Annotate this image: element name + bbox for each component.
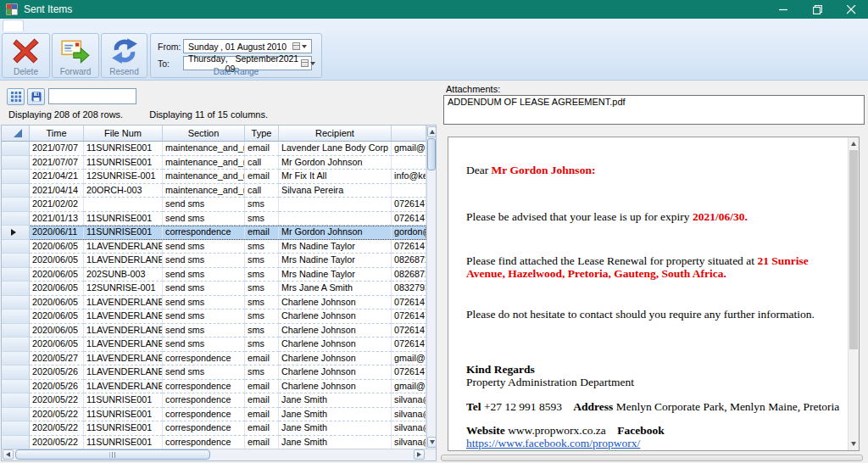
row-header[interactable] xyxy=(2,156,30,170)
table-row[interactable]: 2020/06/051LAVENDERLANE-001send smssmsMr… xyxy=(2,240,426,254)
resend-button[interactable]: Resend xyxy=(101,33,147,78)
scroll-down-button[interactable] xyxy=(427,437,437,448)
facebook-link[interactable]: https://www.facebook.com/propworx/ xyxy=(466,437,640,449)
save-button[interactable] xyxy=(27,88,45,105)
table-row[interactable]: 2020/05/2211SUNRISE001correspondenceemai… xyxy=(2,436,426,449)
row-header[interactable] xyxy=(2,393,30,408)
row-header[interactable] xyxy=(2,240,30,254)
table-row[interactable]: 2020/05/2211SUNRISE001correspondenceemai… xyxy=(2,393,426,408)
row-header[interactable] xyxy=(2,296,30,310)
scroll-down-button[interactable] xyxy=(849,438,859,449)
signature-regards: Kind Regards xyxy=(466,363,841,376)
column-header-recipient[interactable]: Recipient xyxy=(279,126,392,142)
cell: 11SUNRISE001 xyxy=(84,421,163,436)
row-header[interactable] xyxy=(2,324,30,338)
table-row[interactable]: 2020/06/05202SUNB-003send smssmsMrs Nadi… xyxy=(2,268,426,282)
email-vertical-scrollbar[interactable] xyxy=(848,137,859,450)
window-title: Sent Items xyxy=(24,3,72,15)
from-calendar-dropdown[interactable] xyxy=(289,41,309,52)
sent-items-window: Sent Items Delete xyxy=(0,0,868,463)
row-header[interactable] xyxy=(2,142,30,156)
cell: gmail@gma xyxy=(392,380,426,394)
row-header[interactable] xyxy=(2,408,30,422)
table-row[interactable]: 2020/05/261LAVENDERLANE-001send smssmsCh… xyxy=(2,365,426,380)
row-header[interactable] xyxy=(2,282,30,296)
select-all-corner[interactable] xyxy=(2,126,30,142)
table-row[interactable]: 2021/07/0711SUNRISE001maintenance_and_re… xyxy=(2,142,426,156)
table-row[interactable]: 2020/05/2211SUNRISE001correspondenceemai… xyxy=(2,421,426,436)
vertical-scroll-thumb[interactable] xyxy=(427,138,436,170)
row-header[interactable] xyxy=(2,337,30,352)
column-header-section[interactable]: Section xyxy=(163,126,245,142)
table-row[interactable]: 2020/06/051LAVENDERLANE-001send smssmsCh… xyxy=(2,324,426,338)
table-row[interactable]: 2020/05/2211SUNRISE001correspondenceemai… xyxy=(2,408,426,422)
attachment-item[interactable]: ADDENDUM OF LEASE AGREEMENT.pdf xyxy=(444,96,864,108)
table-row[interactable]: 2021/01/1311SUNRISE001send smssms0726147… xyxy=(2,212,426,226)
scroll-up-button[interactable] xyxy=(849,138,859,149)
attachments-list: ADDENDUM OF LEASE AGREEMENT.pdf xyxy=(443,95,865,125)
forward-button[interactable]: Forward xyxy=(52,33,99,78)
forward-icon xyxy=(60,37,91,64)
column-header-extra[interactable] xyxy=(392,126,426,142)
signature-department: Property Administration Department xyxy=(466,376,841,388)
table-row[interactable]: 2020/06/0512SUNRISE-001send smssmsMrs Ja… xyxy=(2,282,426,296)
row-header[interactable] xyxy=(2,226,30,240)
row-header[interactable] xyxy=(2,436,30,449)
filter-input[interactable] xyxy=(48,88,136,104)
table-row[interactable]: 2020/06/051LAVENDERLANE-001send smssmsCh… xyxy=(2,310,426,324)
row-header[interactable] xyxy=(2,254,30,268)
table-row[interactable]: 2021/04/2112SUNRISE-001maintenance_and_r… xyxy=(2,170,426,184)
column-header-type[interactable]: Type xyxy=(245,126,279,142)
email-horizontal-scrollbar[interactable] xyxy=(441,455,863,461)
table-row[interactable]: 2020/06/051LAVENDERLANE-001send smssmsCh… xyxy=(2,337,426,352)
calendar-icon xyxy=(301,59,309,67)
row-header[interactable] xyxy=(2,380,30,394)
cell: 2021/04/21 xyxy=(30,170,84,184)
toolbar-tab[interactable] xyxy=(3,20,24,31)
cell: 12SUNRISE-001 xyxy=(84,282,163,296)
email-scroll-thumb[interactable] xyxy=(849,150,858,349)
cell: email xyxy=(245,226,279,240)
maximize-button[interactable] xyxy=(800,0,834,19)
row-header[interactable] xyxy=(2,198,30,212)
row-header[interactable] xyxy=(2,170,30,184)
row-header[interactable] xyxy=(2,352,30,366)
cell: 072614717 xyxy=(392,240,426,254)
column-chooser-button[interactable] xyxy=(7,88,25,105)
row-header[interactable] xyxy=(2,421,30,436)
cell: 11SUNRISE001 xyxy=(84,226,163,240)
row-header[interactable] xyxy=(2,365,30,380)
row-header[interactable] xyxy=(2,212,30,226)
cell: info@kerpr xyxy=(392,170,426,184)
cell: 1LAVENDERLANE-001 xyxy=(84,324,163,338)
table-row[interactable]: 2021/04/1420ORCH-003maintenance_and_repa… xyxy=(2,184,426,198)
scroll-left-button[interactable] xyxy=(3,449,14,460)
table-row[interactable]: 2021/02/02send smssms072614717 xyxy=(2,198,426,212)
table-row[interactable]: 2020/06/1111SUNRISE001correspondenceemai… xyxy=(2,226,426,240)
horizontal-scroll-thumb[interactable] xyxy=(15,449,210,460)
row-header[interactable] xyxy=(2,184,30,198)
table-row[interactable]: 2020/06/051LAVENDERLANE-001send smssmsCh… xyxy=(2,296,426,310)
current-row-icon xyxy=(11,229,16,236)
facebook-label: Facebook xyxy=(617,424,665,437)
table-row[interactable]: 2020/06/051LAVENDERLANE-001send smssmsMr… xyxy=(2,254,426,268)
forward-label: Forward xyxy=(53,67,98,76)
scroll-up-button[interactable] xyxy=(427,126,437,137)
cell: 072614717 xyxy=(392,212,426,226)
grid-horizontal-scrollbar[interactable] xyxy=(2,449,436,460)
row-header[interactable] xyxy=(2,268,30,282)
column-header-time[interactable]: Time xyxy=(30,126,84,142)
column-header-file-num[interactable]: File Num xyxy=(84,126,163,142)
row-header[interactable] xyxy=(2,310,30,324)
from-date-picker[interactable]: Sunday , 01 August 2010 xyxy=(183,39,312,53)
grip-icon xyxy=(110,452,116,458)
minimize-button[interactable] xyxy=(766,0,800,19)
scroll-right-button[interactable] xyxy=(414,449,425,460)
table-row[interactable]: 2021/07/0711SUNRISE001maintenance_and_re… xyxy=(2,156,426,170)
cell: 2021/07/07 xyxy=(30,142,84,156)
grid-vertical-scrollbar[interactable] xyxy=(426,126,436,449)
table-row[interactable]: 2020/05/271LAVENDERLANE-001correspondenc… xyxy=(2,352,426,366)
close-button[interactable] xyxy=(834,0,868,19)
table-row[interactable]: 2020/05/261LAVENDERLANE-001correspondenc… xyxy=(2,380,426,394)
delete-button[interactable]: Delete xyxy=(2,33,50,78)
